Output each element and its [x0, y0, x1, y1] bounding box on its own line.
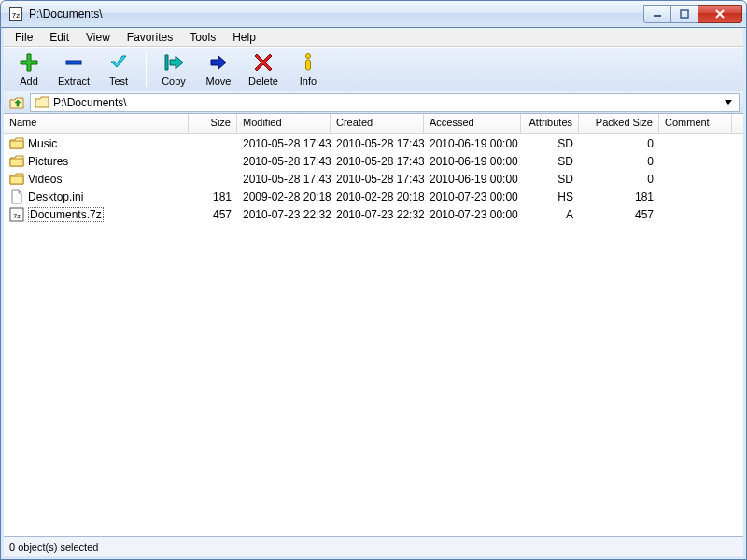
file-attributes: A	[521, 207, 579, 222]
status-selected: 0 object(s) selected	[9, 540, 104, 553]
file-packed: 0	[579, 172, 659, 187]
file-packed: 181	[579, 189, 659, 204]
file-attributes: SD	[521, 154, 579, 169]
file-name: Pictures	[28, 155, 68, 168]
col-comment[interactable]: Comment	[659, 114, 732, 133]
table-row[interactable]: Desktop.ini1812009-02-28 20:182010-02-28…	[4, 188, 743, 205]
menubar: File Edit View Favorites Tools Help	[4, 28, 743, 47]
window-title: P:\Documents\	[29, 7, 103, 21]
file-comment	[659, 161, 732, 162]
file-attributes: SD	[521, 172, 579, 187]
menu-tools[interactable]: Tools	[182, 29, 223, 46]
folder-icon	[9, 136, 24, 151]
file-modified: 2010-05-28 17:43	[237, 136, 331, 151]
file-packed: 0	[579, 154, 659, 169]
folder-icon	[9, 154, 24, 169]
file-modified: 2010-05-28 17:43	[237, 172, 331, 187]
menu-help[interactable]: Help	[225, 29, 263, 46]
file-size: 457	[189, 207, 237, 222]
add-button[interactable]: Add	[7, 49, 50, 90]
chevron-down-icon[interactable]	[722, 100, 735, 105]
file-name: Documents.7z	[28, 207, 104, 222]
list-body[interactable]: Music2010-05-28 17:432010-05-28 17:43201…	[4, 134, 743, 536]
menu-favorites[interactable]: Favorites	[120, 29, 180, 46]
folder-icon	[9, 172, 24, 187]
close-button[interactable]	[698, 5, 742, 23]
file-size: 181	[189, 189, 237, 204]
file-created: 2010-07-23 22:32	[331, 207, 424, 222]
titlebar: 7z P:\Documents\	[0, 0, 747, 28]
copy-button[interactable]: Copy	[152, 49, 195, 90]
minimize-button[interactable]	[643, 5, 671, 23]
file-name: Videos	[28, 173, 62, 186]
menu-view[interactable]: View	[78, 29, 118, 46]
table-row[interactable]: Music2010-05-28 17:432010-05-28 17:43201…	[4, 134, 743, 152]
plus-icon	[18, 51, 40, 74]
menu-file[interactable]: File	[7, 29, 40, 46]
file-attributes: HS	[521, 189, 579, 204]
col-size[interactable]: Size	[189, 114, 237, 133]
col-accessed[interactable]: Accessed	[424, 114, 521, 133]
svg-rect-4	[66, 61, 81, 64]
file-created: 2010-02-28 20:18	[331, 189, 424, 204]
toolbar: Add Extract Test Copy Move Delete I	[4, 47, 743, 91]
file-accessed: 2010-07-23 00:00	[424, 189, 521, 204]
file-modified: 2010-05-28 17:43	[237, 154, 331, 169]
table-row[interactable]: Videos2010-05-28 17:432010-05-28 17:4320…	[4, 170, 743, 188]
extract-button[interactable]: Extract	[52, 49, 95, 90]
file-comment	[659, 178, 732, 180]
col-packed[interactable]: Packed Size	[579, 114, 659, 133]
test-button[interactable]: Test	[97, 49, 140, 90]
svg-text:7z: 7z	[13, 213, 21, 219]
copy-arrow-icon	[162, 51, 185, 74]
col-modified[interactable]: Modified	[237, 114, 331, 133]
col-attributes[interactable]: Attributes	[521, 114, 579, 133]
file-modified: 2010-07-23 22:32	[237, 207, 331, 222]
statusbar: 0 object(s) selected	[4, 536, 743, 556]
toolbar-separator	[146, 51, 147, 87]
svg-point-5	[306, 54, 311, 59]
up-button[interactable]	[7, 93, 26, 112]
path-input[interactable]: P:\Documents\	[30, 93, 740, 112]
info-button[interactable]: Info	[287, 49, 330, 90]
move-arrow-icon	[207, 51, 230, 74]
7z-icon: 7z	[9, 207, 24, 222]
info-icon	[297, 51, 319, 74]
file-size	[189, 161, 237, 162]
table-row[interactable]: Pictures2010-05-28 17:432010-05-28 17:43…	[4, 152, 743, 170]
file-packed: 0	[579, 136, 659, 151]
svg-rect-2	[654, 15, 661, 17]
file-comment	[659, 143, 732, 145]
svg-text:7z: 7z	[12, 11, 20, 20]
column-headers: Name Size Modified Created Accessed Attr…	[4, 114, 743, 134]
check-icon	[107, 51, 130, 74]
delete-x-icon	[252, 51, 275, 74]
col-created[interactable]: Created	[331, 114, 424, 133]
col-name[interactable]: Name	[4, 114, 189, 133]
file-list: Name Size Modified Created Accessed Attr…	[4, 114, 743, 536]
minus-icon	[63, 51, 85, 74]
menu-edit[interactable]: Edit	[42, 29, 77, 46]
file-accessed: 2010-07-23 00:00	[424, 207, 521, 222]
delete-button[interactable]: Delete	[242, 49, 285, 90]
file-accessed: 2010-06-19 00:00	[424, 154, 521, 169]
move-button[interactable]: Move	[197, 49, 240, 90]
file-comment	[659, 214, 732, 216]
app-icon: 7z	[8, 7, 23, 21]
file-comment	[659, 196, 732, 198]
table-row[interactable]: 7zDocuments.7z4572010-07-23 22:322010-07…	[4, 205, 743, 223]
maximize-button[interactable]	[670, 5, 698, 23]
file-accessed: 2010-06-19 00:00	[424, 136, 521, 151]
file-attributes: SD	[521, 136, 579, 151]
addressbar: P:\Documents\	[4, 91, 743, 114]
path-text: P:\Documents\	[53, 96, 127, 109]
file-created: 2010-05-28 17:43	[331, 172, 424, 187]
file-created: 2010-05-28 17:43	[331, 154, 424, 169]
file-created: 2010-05-28 17:43	[331, 136, 424, 151]
file-name: Music	[28, 137, 57, 150]
file-icon	[9, 189, 24, 204]
file-modified: 2009-02-28 20:18	[237, 189, 331, 204]
file-packed: 457	[579, 207, 659, 222]
svg-rect-3	[681, 10, 688, 18]
file-name: Desktop.ini	[28, 190, 83, 203]
